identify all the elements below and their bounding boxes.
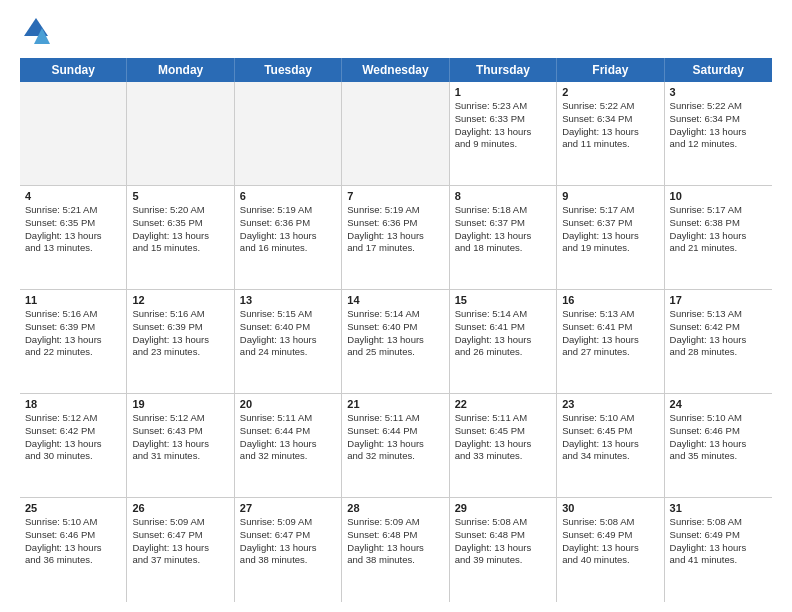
calendar-cell: 6Sunrise: 5:19 AM Sunset: 6:36 PM Daylig… (235, 186, 342, 289)
day-number: 30 (562, 502, 658, 514)
header-day-saturday: Saturday (665, 58, 772, 82)
calendar-cell: 14Sunrise: 5:14 AM Sunset: 6:40 PM Dayli… (342, 290, 449, 393)
day-info: Sunrise: 5:09 AM Sunset: 6:47 PM Dayligh… (240, 516, 336, 567)
day-info: Sunrise: 5:12 AM Sunset: 6:42 PM Dayligh… (25, 412, 121, 463)
day-info: Sunrise: 5:15 AM Sunset: 6:40 PM Dayligh… (240, 308, 336, 359)
calendar-cell (127, 82, 234, 185)
day-info: Sunrise: 5:23 AM Sunset: 6:33 PM Dayligh… (455, 100, 551, 151)
day-number: 22 (455, 398, 551, 410)
calendar-cell: 3Sunrise: 5:22 AM Sunset: 6:34 PM Daylig… (665, 82, 772, 185)
day-info: Sunrise: 5:20 AM Sunset: 6:35 PM Dayligh… (132, 204, 228, 255)
day-info: Sunrise: 5:17 AM Sunset: 6:38 PM Dayligh… (670, 204, 767, 255)
calendar-row-2: 11Sunrise: 5:16 AM Sunset: 6:39 PM Dayli… (20, 290, 772, 394)
day-number: 23 (562, 398, 658, 410)
day-number: 25 (25, 502, 121, 514)
day-number: 10 (670, 190, 767, 202)
day-info: Sunrise: 5:12 AM Sunset: 6:43 PM Dayligh… (132, 412, 228, 463)
day-info: Sunrise: 5:10 AM Sunset: 6:45 PM Dayligh… (562, 412, 658, 463)
day-number: 13 (240, 294, 336, 306)
calendar-cell: 11Sunrise: 5:16 AM Sunset: 6:39 PM Dayli… (20, 290, 127, 393)
day-info: Sunrise: 5:08 AM Sunset: 6:49 PM Dayligh… (562, 516, 658, 567)
day-number: 4 (25, 190, 121, 202)
header-day-friday: Friday (557, 58, 664, 82)
calendar-cell: 21Sunrise: 5:11 AM Sunset: 6:44 PM Dayli… (342, 394, 449, 497)
header-day-monday: Monday (127, 58, 234, 82)
calendar-cell: 8Sunrise: 5:18 AM Sunset: 6:37 PM Daylig… (450, 186, 557, 289)
day-info: Sunrise: 5:10 AM Sunset: 6:46 PM Dayligh… (25, 516, 121, 567)
day-number: 18 (25, 398, 121, 410)
header (20, 16, 772, 48)
calendar-cell: 20Sunrise: 5:11 AM Sunset: 6:44 PM Dayli… (235, 394, 342, 497)
day-number: 15 (455, 294, 551, 306)
page: SundayMondayTuesdayWednesdayThursdayFrid… (0, 0, 792, 612)
calendar-cell: 19Sunrise: 5:12 AM Sunset: 6:43 PM Dayli… (127, 394, 234, 497)
day-info: Sunrise: 5:19 AM Sunset: 6:36 PM Dayligh… (240, 204, 336, 255)
day-info: Sunrise: 5:17 AM Sunset: 6:37 PM Dayligh… (562, 204, 658, 255)
calendar-cell: 1Sunrise: 5:23 AM Sunset: 6:33 PM Daylig… (450, 82, 557, 185)
header-day-tuesday: Tuesday (235, 58, 342, 82)
day-number: 14 (347, 294, 443, 306)
calendar-cell: 16Sunrise: 5:13 AM Sunset: 6:41 PM Dayli… (557, 290, 664, 393)
header-day-sunday: Sunday (20, 58, 127, 82)
day-info: Sunrise: 5:11 AM Sunset: 6:44 PM Dayligh… (240, 412, 336, 463)
calendar-body: 1Sunrise: 5:23 AM Sunset: 6:33 PM Daylig… (20, 82, 772, 602)
day-number: 3 (670, 86, 767, 98)
day-info: Sunrise: 5:11 AM Sunset: 6:45 PM Dayligh… (455, 412, 551, 463)
day-info: Sunrise: 5:08 AM Sunset: 6:48 PM Dayligh… (455, 516, 551, 567)
calendar-cell (20, 82, 127, 185)
calendar-cell: 18Sunrise: 5:12 AM Sunset: 6:42 PM Dayli… (20, 394, 127, 497)
calendar-cell: 26Sunrise: 5:09 AM Sunset: 6:47 PM Dayli… (127, 498, 234, 602)
day-number: 6 (240, 190, 336, 202)
calendar-cell: 28Sunrise: 5:09 AM Sunset: 6:48 PM Dayli… (342, 498, 449, 602)
day-info: Sunrise: 5:14 AM Sunset: 6:41 PM Dayligh… (455, 308, 551, 359)
day-number: 21 (347, 398, 443, 410)
calendar-cell: 17Sunrise: 5:13 AM Sunset: 6:42 PM Dayli… (665, 290, 772, 393)
calendar: SundayMondayTuesdayWednesdayThursdayFrid… (20, 58, 772, 602)
calendar-cell: 9Sunrise: 5:17 AM Sunset: 6:37 PM Daylig… (557, 186, 664, 289)
day-info: Sunrise: 5:19 AM Sunset: 6:36 PM Dayligh… (347, 204, 443, 255)
calendar-cell: 31Sunrise: 5:08 AM Sunset: 6:49 PM Dayli… (665, 498, 772, 602)
calendar-cell: 10Sunrise: 5:17 AM Sunset: 6:38 PM Dayli… (665, 186, 772, 289)
day-number: 26 (132, 502, 228, 514)
day-number: 5 (132, 190, 228, 202)
calendar-cell: 13Sunrise: 5:15 AM Sunset: 6:40 PM Dayli… (235, 290, 342, 393)
day-info: Sunrise: 5:16 AM Sunset: 6:39 PM Dayligh… (25, 308, 121, 359)
day-info: Sunrise: 5:11 AM Sunset: 6:44 PM Dayligh… (347, 412, 443, 463)
day-info: Sunrise: 5:09 AM Sunset: 6:48 PM Dayligh… (347, 516, 443, 567)
day-info: Sunrise: 5:13 AM Sunset: 6:42 PM Dayligh… (670, 308, 767, 359)
day-number: 31 (670, 502, 767, 514)
day-number: 16 (562, 294, 658, 306)
day-info: Sunrise: 5:08 AM Sunset: 6:49 PM Dayligh… (670, 516, 767, 567)
calendar-cell: 12Sunrise: 5:16 AM Sunset: 6:39 PM Dayli… (127, 290, 234, 393)
calendar-row-0: 1Sunrise: 5:23 AM Sunset: 6:33 PM Daylig… (20, 82, 772, 186)
calendar-cell: 2Sunrise: 5:22 AM Sunset: 6:34 PM Daylig… (557, 82, 664, 185)
calendar-cell: 4Sunrise: 5:21 AM Sunset: 6:35 PM Daylig… (20, 186, 127, 289)
logo-icon (20, 16, 52, 48)
calendar-row-3: 18Sunrise: 5:12 AM Sunset: 6:42 PM Dayli… (20, 394, 772, 498)
day-number: 17 (670, 294, 767, 306)
day-info: Sunrise: 5:18 AM Sunset: 6:37 PM Dayligh… (455, 204, 551, 255)
calendar-cell: 27Sunrise: 5:09 AM Sunset: 6:47 PM Dayli… (235, 498, 342, 602)
day-number: 28 (347, 502, 443, 514)
calendar-row-4: 25Sunrise: 5:10 AM Sunset: 6:46 PM Dayli… (20, 498, 772, 602)
day-number: 2 (562, 86, 658, 98)
day-number: 8 (455, 190, 551, 202)
day-number: 11 (25, 294, 121, 306)
calendar-cell: 29Sunrise: 5:08 AM Sunset: 6:48 PM Dayli… (450, 498, 557, 602)
calendar-cell: 23Sunrise: 5:10 AM Sunset: 6:45 PM Dayli… (557, 394, 664, 497)
calendar-cell (235, 82, 342, 185)
calendar-cell: 25Sunrise: 5:10 AM Sunset: 6:46 PM Dayli… (20, 498, 127, 602)
calendar-cell: 30Sunrise: 5:08 AM Sunset: 6:49 PM Dayli… (557, 498, 664, 602)
day-info: Sunrise: 5:13 AM Sunset: 6:41 PM Dayligh… (562, 308, 658, 359)
day-number: 29 (455, 502, 551, 514)
calendar-cell (342, 82, 449, 185)
day-number: 1 (455, 86, 551, 98)
calendar-cell: 22Sunrise: 5:11 AM Sunset: 6:45 PM Dayli… (450, 394, 557, 497)
day-info: Sunrise: 5:14 AM Sunset: 6:40 PM Dayligh… (347, 308, 443, 359)
day-info: Sunrise: 5:22 AM Sunset: 6:34 PM Dayligh… (562, 100, 658, 151)
day-info: Sunrise: 5:16 AM Sunset: 6:39 PM Dayligh… (132, 308, 228, 359)
header-day-wednesday: Wednesday (342, 58, 449, 82)
calendar-cell: 15Sunrise: 5:14 AM Sunset: 6:41 PM Dayli… (450, 290, 557, 393)
calendar-cell: 7Sunrise: 5:19 AM Sunset: 6:36 PM Daylig… (342, 186, 449, 289)
day-info: Sunrise: 5:21 AM Sunset: 6:35 PM Dayligh… (25, 204, 121, 255)
